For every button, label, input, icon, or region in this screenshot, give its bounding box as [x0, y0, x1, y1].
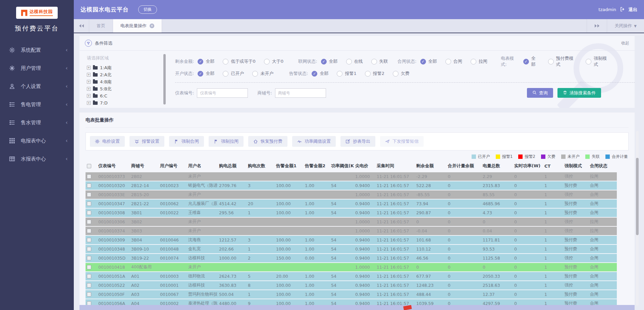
row-checkbox[interactable]: [87, 274, 91, 278]
close-operations-dropdown[interactable]: 关闭操作▼: [607, 19, 644, 33]
table-cell: 100.00: [275, 245, 304, 253]
sidebar-item-electricity-sales[interactable]: 售电管理‹: [0, 95, 74, 114]
tree-node[interactable]: +1:A南: [87, 64, 163, 71]
toolbar-button-0[interactable]: 电价设置: [90, 136, 125, 147]
folder-icon: [93, 87, 98, 91]
tree-node[interactable]: +4:B南: [87, 78, 163, 85]
toolbar-button-3[interactable]: 强制拉闸: [209, 136, 244, 147]
select-all-checkbox[interactable]: [87, 164, 91, 168]
tree-expander-icon[interactable]: +: [87, 87, 91, 91]
radio-alert-state-2[interactable]: ✓报警2: [365, 71, 384, 77]
shop-no-input[interactable]: [275, 88, 326, 98]
tree-node[interactable]: +2:A北: [87, 71, 163, 78]
radio-meter-mode-0[interactable]: ✓全部: [523, 55, 540, 68]
row-checkbox[interactable]: [87, 292, 91, 297]
radio-account-state-0[interactable]: ✓全部: [198, 71, 214, 77]
toolbar-button-7[interactable]: 下发报警短信: [380, 136, 424, 147]
query-button[interactable]: 查询: [527, 88, 553, 98]
row-checkbox[interactable]: [87, 247, 91, 251]
row-checkbox[interactable]: [87, 211, 91, 215]
radio-switch-state-0[interactable]: ✓全部: [420, 58, 437, 64]
radio-meter-mode-1[interactable]: ✓预付费模式: [548, 55, 577, 68]
tree-expander-icon[interactable]: +: [87, 73, 91, 77]
tab-meter-batch[interactable]: 电表批量操作 ×: [113, 19, 162, 33]
radio-icon: ✓: [586, 59, 591, 64]
table-cell: 1: [247, 245, 275, 253]
clear-search-button[interactable]: 清除搜索条件: [557, 88, 601, 98]
row-checkbox[interactable]: [87, 174, 91, 179]
row-checkbox[interactable]: [87, 256, 91, 260]
tree-expander-icon[interactable]: +: [87, 94, 91, 98]
table-cell: 0010023: [159, 181, 187, 190]
tree-expander-icon[interactable]: +: [87, 101, 91, 105]
table-cell: 2B12-14: [130, 181, 159, 190]
tree-expander-icon[interactable]: +: [87, 80, 91, 84]
tree-node[interactable]: +5:B北: [87, 85, 163, 92]
radio-alert-state-1[interactable]: ✓报警1: [337, 71, 356, 77]
tree-node[interactable]: +6:C: [87, 92, 163, 99]
tree-node[interactable]: +7:D: [87, 99, 163, 106]
meter-no-input[interactable]: [197, 88, 248, 98]
table-cell: A02: [130, 281, 159, 290]
row-checkbox[interactable]: [87, 202, 91, 206]
toolbar-button-6[interactable]: 抄表导出: [340, 136, 375, 147]
sidebar-item-water-sales[interactable]: 售水管理‹: [0, 114, 74, 132]
table-cell: [159, 172, 187, 181]
radio-label: 全部: [531, 55, 540, 68]
table-cell: 0: [513, 290, 543, 299]
toolbar-button-4[interactable]: 恢复预付费: [248, 136, 287, 147]
radio-balance-2[interactable]: ✓大于0: [264, 58, 283, 64]
table-cell: 强控: [563, 227, 589, 235]
toolbar-button-label: 下发报警短信: [392, 138, 419, 144]
row-checkbox[interactable]: [87, 283, 91, 287]
radio-meter-mode-2[interactable]: ✓强制模式: [586, 55, 611, 68]
table-cell: 0: [513, 172, 543, 181]
tree-expander-icon[interactable]: +: [87, 66, 91, 70]
shop-no-label: 商铺号:: [257, 90, 272, 96]
tab-close-icon[interactable]: ×: [150, 24, 154, 28]
page-scrollbar-thumb[interactable]: [636, 158, 639, 235]
sidebar-item-personal-settings[interactable]: 个人设置‹: [0, 77, 74, 95]
row-checkbox[interactable]: [87, 238, 91, 242]
table-cell: 0: [446, 272, 481, 280]
sidebar-item-user-management[interactable]: 用户管理‹: [0, 59, 74, 77]
radio-switch-state-1[interactable]: ✓合闸: [445, 58, 462, 64]
row-checkbox[interactable]: [87, 183, 91, 188]
logout-button[interactable]: 退出: [629, 7, 637, 13]
row-checkbox[interactable]: [87, 229, 91, 233]
tab-home[interactable]: 首页: [89, 19, 113, 33]
sidebar-item-system-config[interactable]: 系统配置‹: [0, 41, 74, 59]
radio-balance-0[interactable]: ✓全部: [198, 58, 214, 64]
radio-network-2[interactable]: ✓失联: [371, 58, 388, 64]
chevron-left-icon: ‹: [66, 84, 68, 89]
radio-network-1[interactable]: ✓在线: [346, 58, 363, 64]
toolbar-button-2[interactable]: 强制合闸: [169, 136, 204, 147]
table-cell: [247, 172, 275, 181]
tree-scrollbar[interactable]: [163, 54, 166, 104]
toolbar-button-1[interactable]: 报警设置: [129, 136, 164, 147]
radio-switch-state-2[interactable]: ✓拉闸: [471, 58, 487, 64]
radio-balance-1[interactable]: ✓低于或等于0: [223, 58, 255, 64]
radio-network-0[interactable]: ✓全部: [321, 58, 338, 64]
radio-account-state-2[interactable]: ✓未开户: [252, 71, 273, 77]
table-cell: [304, 218, 330, 226]
toolbar-button-5[interactable]: 功率阈值设置: [292, 136, 336, 147]
row-checkbox[interactable]: [87, 265, 91, 269]
radio-checked-icon: ✓: [312, 71, 317, 77]
collapse-link[interactable]: 收起: [621, 40, 629, 46]
tabs-scroll-left-icon[interactable]: [74, 19, 89, 33]
bottom-bar: [79, 305, 635, 310]
tabs-scroll-right-icon[interactable]: [587, 19, 607, 33]
radio-icon: ✓: [223, 59, 228, 64]
radio-account-state-1[interactable]: ✓已开户: [223, 71, 244, 77]
row-checkbox[interactable]: [87, 220, 91, 224]
switch-button[interactable]: 切换: [138, 5, 157, 14]
table-cell: 0010003: [159, 272, 187, 280]
sidebar-item-electricity-report-center[interactable]: 电报表中心‹: [0, 132, 74, 150]
sidebar-item-water-report-center[interactable]: 水报表中心‹: [0, 150, 74, 168]
row-checkbox[interactable]: [87, 192, 91, 197]
radio-alert-state-3[interactable]: ✓欠费: [393, 71, 410, 77]
table-cell: [330, 227, 354, 235]
column-header: 仪表编号: [97, 160, 130, 172]
radio-alert-state-0[interactable]: ✓全部: [312, 71, 328, 77]
